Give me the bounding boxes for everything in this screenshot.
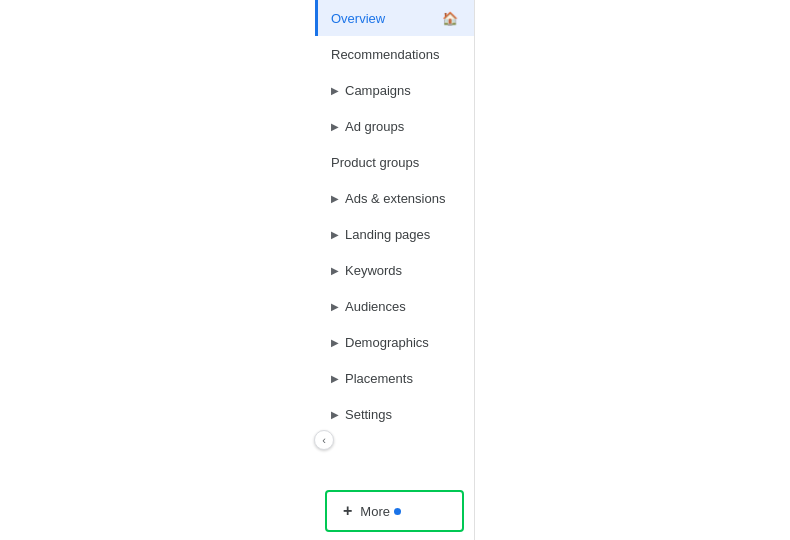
collapse-sidebar-button[interactable]: ‹ (314, 430, 334, 450)
audiences-label: Audiences (345, 299, 406, 314)
sidebar-item-campaigns[interactable]: ▶ Campaigns (315, 72, 474, 108)
ads-extensions-arrow-icon: ▶ (331, 193, 339, 204)
landing-pages-arrow-icon: ▶ (331, 229, 339, 240)
campaigns-arrow-icon: ▶ (331, 85, 339, 96)
sidebar-item-placements[interactable]: ▶ Placements (315, 360, 474, 396)
page-wrapper: ‹ Overview 🏠 Recommendations ▶ Campaigns… (0, 0, 790, 540)
collapse-arrow-icon: ‹ (322, 434, 326, 446)
more-dot-indicator (394, 508, 401, 515)
demographics-arrow-icon: ▶ (331, 337, 339, 348)
spacer (315, 432, 474, 482)
plus-icon: + (343, 502, 352, 520)
sidebar-item-product-groups[interactable]: Product groups (315, 144, 474, 180)
sidebar-item-overview[interactable]: Overview 🏠 (315, 0, 474, 36)
sidebar-item-demographics[interactable]: ▶ Demographics (315, 324, 474, 360)
overview-label: Overview (331, 11, 385, 26)
landing-pages-label: Landing pages (345, 227, 430, 242)
audiences-arrow-icon: ▶ (331, 301, 339, 312)
ad-groups-label: Ad groups (345, 119, 404, 134)
keywords-label: Keywords (345, 263, 402, 278)
sidebar-item-settings[interactable]: ▶ Settings (315, 396, 474, 432)
sidebar-item-recommendations[interactable]: Recommendations (315, 36, 474, 72)
recommendations-label: Recommendations (331, 47, 439, 62)
ads-extensions-label: Ads & extensions (345, 191, 445, 206)
demographics-label: Demographics (345, 335, 429, 350)
sidebar-nav: Overview 🏠 Recommendations ▶ Campaigns ▶… (315, 0, 475, 540)
keywords-arrow-icon: ▶ (331, 265, 339, 276)
settings-label: Settings (345, 407, 392, 422)
product-groups-label: Product groups (331, 155, 419, 170)
settings-arrow-icon: ▶ (331, 409, 339, 420)
home-icon: 🏠 (442, 11, 458, 26)
placements-label: Placements (345, 371, 413, 386)
placements-arrow-icon: ▶ (331, 373, 339, 384)
sidebar-item-landing-pages[interactable]: ▶ Landing pages (315, 216, 474, 252)
sidebar-item-audiences[interactable]: ▶ Audiences (315, 288, 474, 324)
more-label: More (360, 504, 390, 519)
sidebar-item-ad-groups[interactable]: ▶ Ad groups (315, 108, 474, 144)
sidebar-item-keywords[interactable]: ▶ Keywords (315, 252, 474, 288)
campaigns-label: Campaigns (345, 83, 411, 98)
more-button[interactable]: + More (325, 490, 464, 532)
sidebar-item-ads-extensions[interactable]: ▶ Ads & extensions (315, 180, 474, 216)
ad-groups-arrow-icon: ▶ (331, 121, 339, 132)
